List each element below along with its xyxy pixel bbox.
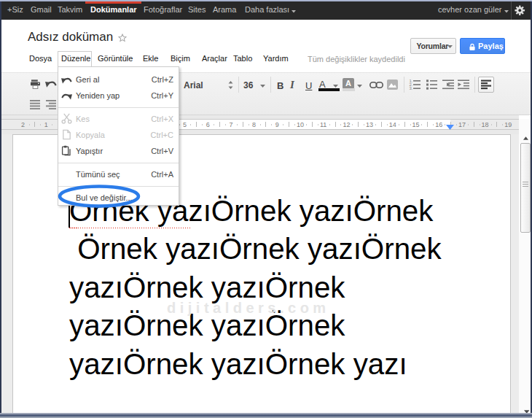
svg-text:3.: 3.: [410, 86, 413, 90]
